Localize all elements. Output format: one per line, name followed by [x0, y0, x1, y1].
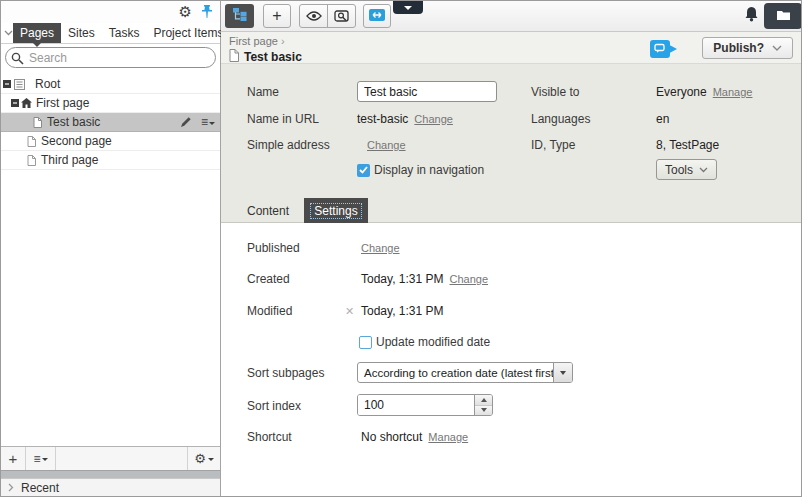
change-published-link[interactable]: Change — [361, 242, 400, 254]
chevron-down-icon — [404, 6, 412, 10]
tab-settings-active[interactable]: Settings — [304, 198, 368, 223]
sort-subpages-dropdown[interactable]: According to creation date (latest first… — [357, 362, 573, 383]
expander-minus-icon[interactable] — [3, 80, 11, 88]
sort-index-label: Sort index — [247, 399, 301, 413]
chevron-down-icon — [560, 371, 566, 375]
global-menu-pull-tab[interactable] — [393, 1, 423, 14]
visible-to-label: Visible to — [531, 85, 579, 99]
tools-button-label: Tools — [665, 163, 693, 177]
settings-gear-icon[interactable]: ⚙ — [179, 2, 192, 22]
collapse-panel-chevron-icon[interactable] — [4, 23, 13, 43]
shortcut-label: Shortcut — [247, 430, 292, 444]
name-in-url-value: test-basic — [357, 112, 408, 126]
triangle-up-icon — [481, 398, 487, 402]
tab-content[interactable]: Content — [247, 204, 289, 218]
navigation-sidebar: ⚙ Pages Sites Tasks Project Items — [1, 1, 221, 496]
tree-settings-gear-button[interactable]: ⚙ — [187, 447, 220, 470]
sidebar-footer-toolbar: + ≡ ⚙ — [1, 446, 220, 470]
checkmark-icon — [359, 166, 368, 174]
update-modified-date-checkbox[interactable] — [359, 336, 372, 349]
view-settings-button[interactable] — [328, 5, 355, 27]
panel-resize-handle[interactable] — [1, 470, 220, 478]
display-in-navigation-label: Display in navigation — [374, 163, 484, 177]
tree-item-label: Second page — [41, 134, 112, 148]
id-type-label: ID, Type — [531, 138, 575, 152]
settings-panel: Published Change Created Today, 1:31 PM … — [221, 223, 801, 496]
quick-publish-chat-icon[interactable] — [649, 39, 679, 63]
spinner-up-button[interactable] — [475, 395, 492, 406]
sort-index-input[interactable] — [358, 395, 474, 415]
publish-button[interactable]: Publish? — [702, 37, 793, 59]
notifications-bell-icon[interactable] — [744, 6, 759, 26]
edit-toolbar: + — [221, 1, 801, 32]
change-created-link[interactable]: Change — [450, 273, 489, 285]
sort-subpages-value: According to creation date (latest first… — [358, 363, 553, 382]
modified-label: Modified — [247, 304, 292, 318]
name-input[interactable] — [357, 81, 497, 102]
toggle-navigation-button[interactable] — [225, 4, 254, 28]
root-list-icon — [14, 79, 25, 90]
change-simple-address-link[interactable]: Change — [367, 139, 406, 151]
sort-index-field — [357, 394, 493, 416]
dropdown-arrow-button[interactable] — [553, 363, 572, 382]
chevron-right-icon — [8, 481, 14, 495]
tree-menu-button[interactable]: ≡ — [26, 447, 56, 470]
visible-to-value: Everyone — [656, 85, 707, 99]
tree-item-test-basic-selected[interactable]: Test basic ≡ — [1, 113, 220, 132]
breadcrumb-separator: › — [281, 35, 285, 47]
sidebar-tab-sites[interactable]: Sites — [61, 23, 102, 43]
created-label: Created — [247, 272, 290, 286]
spinner-down-button[interactable] — [475, 406, 492, 416]
content-settings-tab-bar: Content Settings — [221, 198, 801, 223]
recent-panel-toggle[interactable]: Recent — [1, 478, 220, 496]
sidebar-header: ⚙ — [1, 1, 220, 23]
breadcrumb[interactable]: First page › — [229, 35, 285, 47]
tree-item-third-page[interactable]: Third page — [1, 151, 220, 170]
languages-label: Languages — [531, 112, 590, 126]
display-in-navigation-checkbox[interactable] — [357, 164, 370, 177]
search-input[interactable] — [5, 47, 216, 68]
sidebar-tab-bar: Pages Sites Tasks Project Items — [1, 23, 220, 44]
id-type-value: 8, TestPage — [656, 138, 719, 152]
breadcrumb-parent[interactable]: First page — [229, 35, 278, 47]
tab-settings-label: Settings — [310, 203, 361, 219]
edit-pencil-icon[interactable] — [180, 116, 192, 128]
search-icon — [11, 51, 24, 69]
folder-icon — [776, 7, 791, 25]
manage-visibility-link[interactable]: Manage — [713, 86, 753, 98]
modified-value: Today, 1:31 PM — [361, 304, 444, 318]
recent-label: Recent — [21, 481, 59, 495]
triangle-down-icon — [481, 408, 487, 412]
compare-versions-button[interactable] — [363, 4, 391, 28]
page-tree: Root First page Test basic — [1, 71, 220, 446]
tree-item-root[interactable]: Root — [1, 75, 220, 94]
dashboard-folder-button[interactable] — [764, 3, 802, 29]
preview-eye-button[interactable] — [300, 5, 328, 27]
languages-value: en — [656, 112, 669, 126]
tree-item-label: Test basic — [47, 115, 100, 129]
pin-icon[interactable] — [201, 5, 213, 23]
name-label: Name — [247, 85, 279, 99]
main-area: + — [221, 1, 801, 496]
tree-item-label: Third page — [41, 153, 98, 167]
sidebar-tab-project-items[interactable]: Project Items — [146, 23, 230, 43]
tree-item-first-page[interactable]: First page — [1, 94, 220, 113]
published-label: Published — [247, 241, 300, 255]
compare-arrows-icon — [369, 7, 385, 25]
tree-item-second-page[interactable]: Second page — [1, 132, 220, 151]
sort-subpages-label: Sort subpages — [247, 366, 324, 380]
manage-shortcut-link[interactable]: Manage — [428, 431, 468, 443]
created-value: Today, 1:31 PM — [361, 272, 444, 286]
add-page-button[interactable]: + — [1, 447, 26, 470]
sidebar-tab-tasks[interactable]: Tasks — [102, 23, 147, 43]
name-in-url-label: Name in URL — [247, 112, 319, 126]
sidebar-search-area — [1, 44, 220, 71]
add-content-button[interactable]: + — [263, 4, 291, 28]
change-url-link[interactable]: Change — [414, 113, 453, 125]
home-icon — [21, 98, 32, 108]
tools-button[interactable]: Tools — [656, 159, 717, 180]
expander-minus-icon[interactable] — [11, 99, 19, 107]
sidebar-tab-pages[interactable]: Pages — [13, 23, 61, 43]
simple-address-label: Simple address — [247, 138, 330, 152]
context-menu-icon[interactable]: ≡ — [201, 116, 215, 128]
